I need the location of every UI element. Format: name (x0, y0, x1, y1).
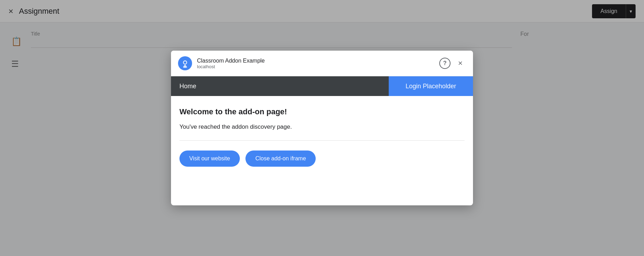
modal-overlay: Classroom Addon Example localhost ? × Ho… (0, 0, 644, 256)
modal-nav: Home Login Placeholder (171, 76, 473, 96)
nav-login-label: Login Placeholder (406, 83, 456, 90)
discovery-text: You've reached the addon discovery page. (179, 123, 465, 130)
addon-modal: Classroom Addon Example localhost ? × Ho… (171, 51, 473, 205)
modal-content: Welcome to the add-on page! You've reach… (171, 96, 473, 178)
modal-actions: Visit our website Close add-on iframe (179, 151, 465, 167)
addon-host: localhost (197, 64, 265, 69)
addon-info: Classroom Addon Example localhost (197, 58, 265, 69)
addon-icon (178, 56, 192, 70)
nav-home-button[interactable]: Home (171, 76, 389, 96)
addon-name: Classroom Addon Example (197, 58, 265, 64)
nav-home-label: Home (179, 83, 196, 90)
modal-header-right: ? × (439, 58, 466, 69)
close-addon-iframe-button[interactable]: Close add-on iframe (245, 151, 316, 167)
help-button[interactable]: ? (439, 58, 451, 69)
modal-close-button[interactable]: × (455, 58, 466, 69)
svg-point-1 (184, 61, 186, 64)
modal-header-left: Classroom Addon Example localhost (178, 56, 265, 70)
modal-divider (179, 140, 465, 141)
welcome-heading: Welcome to the add-on page! (179, 107, 465, 116)
modal-header: Classroom Addon Example localhost ? × (171, 51, 473, 76)
nav-login-button[interactable]: Login Placeholder (389, 76, 473, 96)
visit-website-button[interactable]: Visit our website (179, 151, 240, 167)
